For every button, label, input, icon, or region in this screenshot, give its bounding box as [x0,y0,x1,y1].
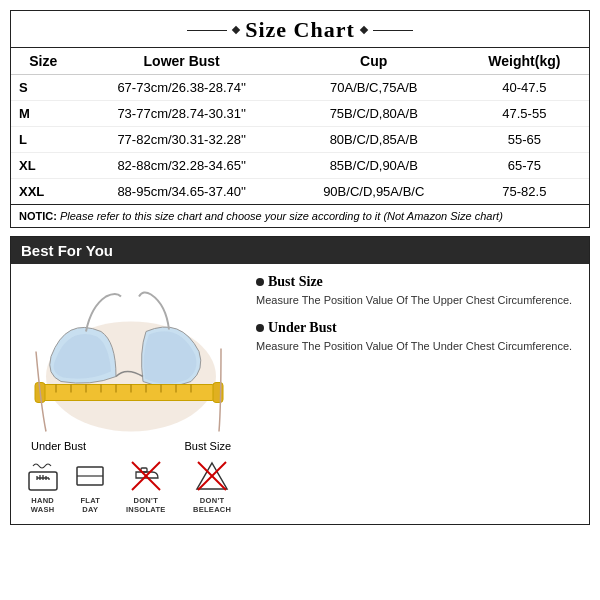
table-row: XXL 88-95cm/34.65-37.40'' 90B/C/D,95A/B/… [11,179,589,205]
size-chart-notice: NOTIC: Please refer to this size chart a… [11,204,589,227]
size-chart-section: Size Chart Size Lower Bust Cup Weight(kg… [10,10,590,228]
care-icon-no-bleach: DON'T BELEACH [183,458,241,514]
best-for-you-title: Best For You [21,242,113,259]
main-container: Size Chart Size Lower Bust Cup Weight(kg… [0,0,600,600]
col-lower-bust: Lower Bust [76,48,288,75]
col-weight: Weight(kg) [460,48,589,75]
bra-illustration: Under Bust Bust Size HAND [21,274,241,514]
under-bust-desc: Measure The Position Value Of The Under … [256,339,579,354]
cell-weight-2: 55-65 [460,127,589,153]
notice-label: NOTIC: [19,210,57,222]
bra-labels: Under Bust Bust Size [21,440,241,452]
table-row: XL 82-88cm/32.28-34.65'' 85B/C/D,90A/B 6… [11,153,589,179]
col-size: Size [11,48,76,75]
size-chart-title-row: Size Chart [11,11,589,48]
table-row: S 67-73cm/26.38-28.74'' 70A/B/C,75A/B 40… [11,75,589,101]
cell-lower-bust-3: 82-88cm/32.28-34.65'' [76,153,288,179]
cell-cup-1: 75B/C/D,80A/B [288,101,460,127]
size-chart-title: Size Chart [245,17,355,43]
cell-lower-bust-2: 77-82cm/30.31-32.28'' [76,127,288,153]
title-diamond-left [232,26,240,34]
care-icons-row: HAND WASH FLAT DAY [21,458,241,514]
hand-wash-svg [25,458,61,494]
cell-weight-0: 40-47.5 [460,75,589,101]
cell-lower-bust-1: 73-77cm/28.74-30.31'' [76,101,288,127]
under-bust-label: Under Bust [31,440,86,452]
title-diamond-right [360,26,368,34]
best-for-you-section: Best For You [10,236,590,525]
bust-size-label: Bust Size [185,440,231,452]
bra-svg [21,274,241,434]
cell-weight-4: 75-82.5 [460,179,589,205]
bust-size-title: Bust Size [256,274,579,290]
cell-weight-1: 47.5-55 [460,101,589,127]
cell-cup-4: 90B/C/D,95A/B/C [288,179,460,205]
table-header-row: Size Lower Bust Cup Weight(kg) [11,48,589,75]
care-icon-no-iron: DON'T INSOLATE [116,458,175,514]
cell-lower-bust-0: 67-73cm/26.38-28.74'' [76,75,288,101]
cell-lower-bust-4: 88-95cm/34.65-37.40'' [76,179,288,205]
notice-text: Please refer to this size chart and choo… [60,210,503,222]
no-iron-svg [128,458,164,494]
table-row: L 77-82cm/30.31-32.28'' 80B/C/D,85A/B 55… [11,127,589,153]
svg-rect-14 [29,472,57,490]
bust-size-desc: Measure The Position Value Of The Upper … [256,293,579,308]
cell-cup-2: 80B/C/D,85A/B [288,127,460,153]
measurement-under-bust: Under Bust Measure The Position Value Of… [256,320,579,354]
no-bleach-label: DON'T BELEACH [183,496,241,514]
svg-rect-1 [41,385,216,401]
best-for-you-content: Under Bust Bust Size HAND [11,264,589,524]
measurement-info: Bust Size Measure The Position Value Of … [251,274,579,514]
title-line-right [373,30,413,31]
cell-size-0: S [11,75,76,101]
col-cup: Cup [288,48,460,75]
svg-rect-13 [213,383,223,403]
cell-size-1: M [11,101,76,127]
cell-cup-0: 70A/B/C,75A/B [288,75,460,101]
cell-weight-3: 65-75 [460,153,589,179]
title-line-left [187,30,227,31]
cell-size-4: XXL [11,179,76,205]
no-iron-label: DON'T INSOLATE [116,496,175,514]
care-icon-hand-wash: HAND WASH [21,458,64,514]
flat-dry-svg [72,458,108,494]
measurement-bust-size: Bust Size Measure The Position Value Of … [256,274,579,308]
table-row: M 73-77cm/28.74-30.31'' 75B/C/D,80A/B 47… [11,101,589,127]
under-bust-bullet [256,324,264,332]
best-for-you-header: Best For You [11,237,589,264]
size-table: Size Lower Bust Cup Weight(kg) S 67-73cm… [11,48,589,204]
cell-size-3: XL [11,153,76,179]
bust-bullet [256,278,264,286]
care-icon-flat-dry: FLAT DAY [72,458,108,514]
cell-size-2: L [11,127,76,153]
cell-cup-3: 85B/C/D,90A/B [288,153,460,179]
title-decoration: Size Chart [187,17,413,43]
hand-wash-label: HAND WASH [21,496,64,514]
under-bust-title: Under Bust [256,320,579,336]
no-bleach-svg [194,458,230,494]
flat-dry-label: FLAT DAY [72,496,108,514]
